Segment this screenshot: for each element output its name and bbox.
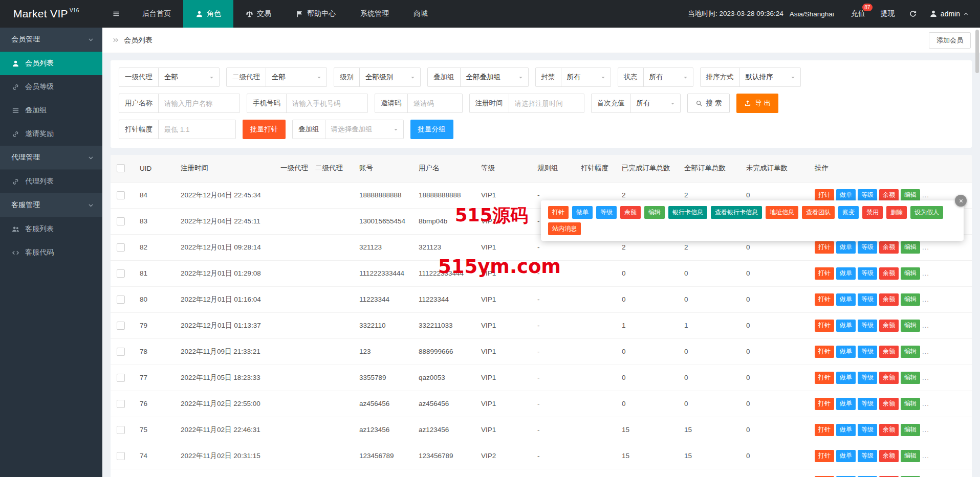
row-action-button[interactable]: 等级 (858, 293, 877, 306)
row-checkbox[interactable] (117, 322, 125, 330)
admin-menu[interactable]: admin (923, 10, 973, 18)
row-action-button[interactable]: 编辑 (901, 267, 920, 280)
row-action-button[interactable]: 做单 (836, 293, 856, 306)
filter-select[interactable]: 默认排序 (740, 68, 800, 86)
add-member-button[interactable]: 添加会员 (929, 32, 971, 49)
row-action-button[interactable]: 做单 (836, 372, 856, 384)
batch-group-button[interactable]: 批量分组 (410, 120, 453, 139)
popup-action-button[interactable]: 银行卡信息 (668, 206, 707, 219)
filter-select[interactable]: 全部级别 (360, 68, 420, 86)
row-checkbox[interactable] (117, 452, 125, 460)
page-scrollbar[interactable] (975, 30, 979, 73)
row-action-button[interactable]: 余额 (879, 189, 899, 201)
filter-text-input[interactable] (159, 120, 235, 139)
row-action-button[interactable]: 做单 (836, 267, 856, 280)
row-action-button[interactable]: 余额 (879, 293, 899, 306)
search-button[interactable]: 搜 索 (687, 94, 730, 113)
row-checkbox[interactable] (117, 374, 125, 382)
topbar-nav-item[interactable]: 商城 (401, 0, 440, 28)
row-action-button[interactable]: 打针 (815, 293, 834, 306)
filter-select[interactable]: 所有 (561, 68, 611, 86)
row-action-button[interactable]: 余额 (879, 346, 899, 358)
row-more-button[interactable]: ... (922, 347, 929, 355)
row-action-button[interactable]: 编辑 (901, 424, 920, 436)
row-more-button[interactable]: ... (922, 295, 929, 303)
row-action-button[interactable]: 等级 (858, 450, 877, 462)
row-action-button[interactable]: 打针 (815, 320, 834, 332)
row-action-button[interactable]: 打针 (815, 189, 834, 201)
row-action-button[interactable]: 余额 (879, 398, 899, 410)
row-action-button[interactable]: 等级 (858, 398, 877, 410)
row-action-button[interactable]: 编辑 (901, 450, 920, 462)
filter-select[interactable]: 所有 (631, 94, 680, 112)
row-action-button[interactable]: 做单 (836, 424, 856, 436)
popup-action-button[interactable]: 禁用 (862, 206, 883, 219)
sidebar-group-header[interactable]: 会员管理 (0, 28, 102, 52)
row-action-button[interactable]: 余额 (879, 424, 899, 436)
sidebar-item[interactable]: 叠加组 (0, 99, 102, 122)
sidebar-item[interactable]: 邀请奖励 (0, 122, 102, 146)
topbar-nav-item[interactable]: 后台首页 (130, 0, 183, 28)
sidebar-group-header[interactable]: 客服管理 (0, 193, 102, 217)
row-more-button[interactable]: ... (922, 191, 929, 198)
row-action-button[interactable]: 做单 (836, 320, 856, 332)
sidebar-item[interactable]: 会员等级 (0, 75, 102, 99)
row-action-button[interactable]: 打针 (815, 424, 834, 436)
row-more-button[interactable]: ... (922, 269, 929, 277)
row-action-button[interactable]: 余额 (879, 267, 899, 280)
row-action-button[interactable]: 编辑 (901, 293, 920, 306)
refresh-button[interactable] (903, 10, 923, 18)
row-action-button[interactable]: 打针 (815, 267, 834, 280)
filter-select[interactable]: 全部 (266, 68, 326, 86)
sidebar-item[interactable]: 客服列表 (0, 217, 102, 241)
row-action-button[interactable]: 编辑 (901, 189, 920, 201)
row-more-button[interactable]: ... (922, 425, 929, 433)
row-checkbox[interactable] (117, 400, 125, 408)
row-checkbox[interactable] (117, 269, 125, 278)
popup-action-button[interactable]: 做单 (572, 206, 593, 219)
popup-action-button[interactable]: 查看团队 (802, 206, 835, 219)
filter-select[interactable]: 全部叠加组 (461, 68, 528, 86)
popup-action-button[interactable]: 等级 (596, 206, 617, 219)
row-checkbox[interactable] (117, 426, 125, 434)
filter-text-input[interactable] (159, 94, 239, 112)
row-more-button[interactable]: ... (922, 399, 929, 407)
row-action-button[interactable]: 编辑 (901, 320, 920, 332)
row-action-button[interactable]: 做单 (836, 241, 856, 254)
row-action-button[interactable]: 余额 (879, 241, 899, 254)
filter-text-input[interactable] (287, 94, 367, 112)
popup-action-button[interactable]: 查看银行卡信息 (711, 206, 762, 219)
menu-toggle-button[interactable] (102, 0, 130, 28)
topbar-nav-item[interactable]: 交易 (233, 0, 284, 28)
popup-action-button[interactable]: 地址信息 (766, 206, 798, 219)
row-action-button[interactable]: 打针 (815, 398, 834, 410)
popup-action-button[interactable]: 编辑 (644, 206, 665, 219)
row-more-button[interactable]: ... (922, 243, 929, 251)
row-action-button[interactable]: 打针 (815, 372, 834, 384)
row-action-button[interactable]: 余额 (879, 320, 899, 332)
row-checkbox[interactable] (117, 217, 125, 225)
row-action-button[interactable]: 做单 (836, 346, 856, 358)
row-checkbox[interactable] (117, 348, 125, 356)
popup-action-button[interactable]: 打针 (548, 206, 569, 219)
row-action-button[interactable]: 做单 (836, 398, 856, 410)
row-more-button[interactable]: ... (922, 321, 929, 329)
export-button[interactable]: 导 出 (736, 94, 778, 113)
row-action-button[interactable]: 编辑 (901, 398, 920, 410)
row-checkbox[interactable] (117, 296, 125, 304)
sidebar-item[interactable]: 会员列表 (0, 52, 102, 75)
topbar-nav-item[interactable]: 帮助中心 (284, 0, 348, 28)
row-action-button[interactable]: 编辑 (901, 372, 920, 384)
popup-action-button[interactable]: 删除 (886, 206, 907, 219)
row-action-button[interactable]: 编辑 (901, 241, 920, 254)
topbar-nav-item[interactable]: 角色 (183, 0, 233, 28)
row-checkbox[interactable] (117, 243, 125, 252)
row-action-button[interactable]: 等级 (858, 267, 877, 280)
popup-action-button[interactable]: 设为假人 (910, 206, 943, 219)
select-all-checkbox[interactable] (117, 164, 125, 172)
sidebar-group-header[interactable]: 代理管理 (0, 146, 102, 170)
filter-text-input[interactable] (509, 94, 584, 112)
row-action-button[interactable]: 打针 (815, 346, 834, 358)
row-more-button[interactable]: ... (922, 373, 929, 381)
row-action-button[interactable]: 等级 (858, 320, 877, 332)
